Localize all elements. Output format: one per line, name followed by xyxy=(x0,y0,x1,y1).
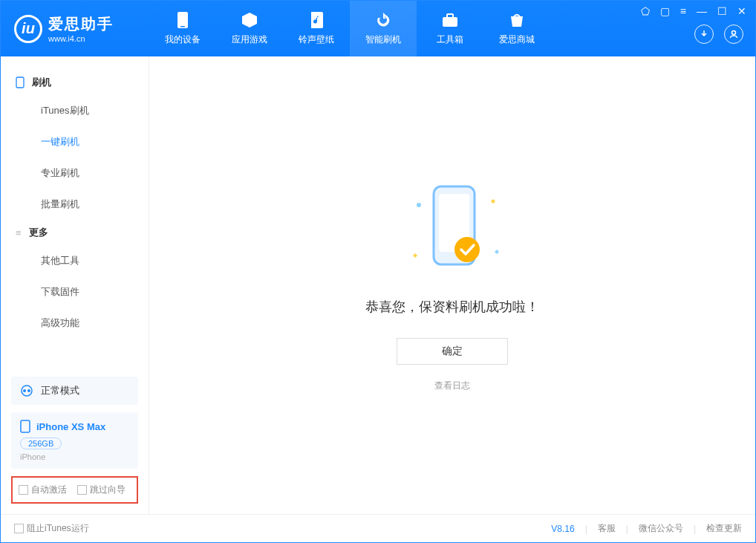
checkbox-auto-activate[interactable]: 自动激活 xyxy=(19,484,67,496)
app-name: 爱思助手 xyxy=(48,14,114,34)
sidebar-item-download-fw[interactable]: 下载固件 xyxy=(1,276,149,308)
svg-point-11 xyxy=(492,199,495,203)
sidebar-item-oneclick-flash[interactable]: 一键刷机 xyxy=(1,126,149,157)
nav-ringtones[interactable]: 铃声壁纸 xyxy=(283,1,350,56)
nav-flash[interactable]: 智能刷机 xyxy=(350,1,417,56)
store-icon xyxy=(508,11,526,29)
flash-icon xyxy=(374,11,392,29)
more-icon: ≡ xyxy=(16,227,22,238)
device-mode[interactable]: 正常模式 xyxy=(11,377,138,405)
titlebar: iu 爱思助手 www.i4.cn 我的设备 应用游戏 铃声壁纸 智能刷机 工具… xyxy=(1,1,755,56)
nav-apps[interactable]: 应用游戏 xyxy=(216,1,283,56)
sidebar-item-batch-flash[interactable]: 批量刷机 xyxy=(1,189,149,220)
device-type: iPhone xyxy=(20,452,129,461)
svg-point-8 xyxy=(27,389,30,392)
view-log-link[interactable]: 查看日志 xyxy=(434,380,470,392)
sidebar-item-pro-flash[interactable]: 专业刷机 xyxy=(1,157,149,189)
top-nav: 我的设备 应用游戏 铃声壁纸 智能刷机 工具箱 爱思商城 xyxy=(149,1,550,56)
nav-my-device[interactable]: 我的设备 xyxy=(149,1,216,56)
body: 刷机 iTunes刷机 一键刷机 专业刷机 批量刷机 ≡ 更多 其他工具 下载固… xyxy=(1,56,755,514)
main-content: 恭喜您，保资料刷机成功啦！ 确定 查看日志 xyxy=(149,56,755,514)
tshirt-icon[interactable]: ⬠ xyxy=(641,5,650,17)
ringtone-icon xyxy=(307,11,325,29)
device-icon xyxy=(174,11,192,29)
mode-icon xyxy=(20,384,33,397)
minimize-button[interactable]: ― xyxy=(697,5,707,17)
svg-point-4 xyxy=(732,31,736,35)
logo-icon: iu xyxy=(14,15,42,43)
statusbar: 阻止iTunes运行 V8.16 | 客服 | 微信公众号 | 检查更新 xyxy=(1,514,755,542)
sidebar-section-more: ≡ 更多 xyxy=(1,220,149,245)
wechat-link[interactable]: 微信公众号 xyxy=(639,522,683,535)
titlebar-right: ⬠ ▢ ≡ ― ☐ ✕ xyxy=(641,1,755,56)
sidebar-item-advanced[interactable]: 高级功能 xyxy=(1,308,149,339)
nav-store[interactable]: 爱思商城 xyxy=(483,1,550,56)
success-illustration xyxy=(393,179,512,283)
phone-icon xyxy=(16,77,25,88)
svg-rect-0 xyxy=(177,12,188,28)
ok-button[interactable]: 确定 xyxy=(397,338,508,365)
version-label: V8.16 xyxy=(551,524,574,534)
svg-rect-9 xyxy=(21,420,30,432)
device-name: iPhone XS Max xyxy=(36,421,105,432)
app-logo: iu 爱思助手 www.i4.cn xyxy=(1,1,149,56)
device-capacity: 256GB xyxy=(20,438,62,449)
apps-icon xyxy=(241,11,258,29)
checkbox-block-itunes[interactable]: 阻止iTunes运行 xyxy=(14,522,89,535)
close-button[interactable]: ✕ xyxy=(737,5,746,17)
maximize-button[interactable]: ☐ xyxy=(717,5,727,17)
success-message: 恭喜您，保资料刷机成功啦！ xyxy=(365,298,539,316)
sidebar-item-other-tools[interactable]: 其他工具 xyxy=(1,245,149,276)
device-info[interactable]: iPhone XS Max 256GB iPhone xyxy=(11,412,138,469)
svg-point-14 xyxy=(454,237,480,262)
flash-options-highlighted: 自动激活 跳过向导 xyxy=(11,476,138,504)
svg-rect-3 xyxy=(447,14,453,18)
feedback-icon[interactable]: ▢ xyxy=(660,5,670,17)
sidebar: 刷机 iTunes刷机 一键刷机 专业刷机 批量刷机 ≡ 更多 其他工具 下载固… xyxy=(1,56,149,514)
menu-icon[interactable]: ≡ xyxy=(680,5,686,17)
toolbox-icon xyxy=(441,11,459,29)
svg-point-7 xyxy=(23,389,26,392)
sidebar-item-itunes-flash[interactable]: iTunes刷机 xyxy=(1,95,149,126)
app-url: www.i4.cn xyxy=(48,34,114,43)
sidebar-section-flash: 刷机 xyxy=(1,70,149,95)
download-button[interactable] xyxy=(694,25,714,44)
checkbox-skip-wizard[interactable]: 跳过向导 xyxy=(77,484,126,496)
support-link[interactable]: 客服 xyxy=(598,522,616,535)
svg-rect-5 xyxy=(16,77,24,88)
device-icon xyxy=(20,420,30,433)
user-button[interactable] xyxy=(724,25,743,44)
svg-rect-1 xyxy=(180,26,185,27)
nav-tools[interactable]: 工具箱 xyxy=(417,1,483,56)
window-controls: ⬠ ▢ ≡ ― ☐ ✕ xyxy=(641,5,746,17)
svg-point-10 xyxy=(417,203,421,207)
check-update-link[interactable]: 检查更新 xyxy=(706,522,742,535)
